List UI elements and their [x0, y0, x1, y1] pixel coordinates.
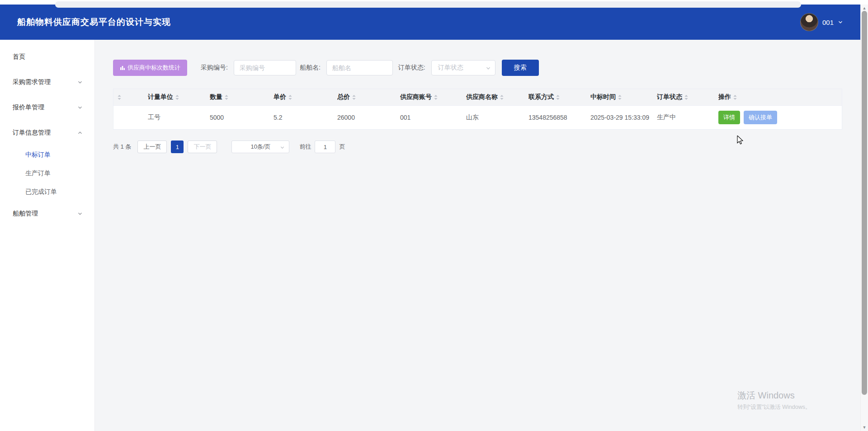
goto-label: 前往 — [299, 143, 311, 151]
column-label: 供应商账号 — [400, 93, 432, 101]
main-layout: 首页 采购需求管理 报价单管理 订单信息管理 中标订单 生产订单 已完成订单 — [0, 40, 860, 431]
table-header-expand[interactable] — [113, 95, 148, 100]
table-row[interactable]: 工号 5000 5.2 26000 001 山东 13548256858 202… — [113, 105, 842, 130]
cell-win-time: 2025-03-29 15:33:09 — [590, 113, 657, 122]
sort-icon[interactable] — [224, 95, 229, 100]
cell-total-price: 26000 — [337, 114, 400, 121]
sidebar-item-label: 报价单管理 — [13, 103, 44, 112]
avatar[interactable] — [800, 13, 818, 31]
column-label: 供应商名称 — [466, 93, 498, 101]
purchase-no-input[interactable] — [234, 60, 296, 75]
watermark-subtitle: 转到“设置”以激活 Windows。 — [737, 403, 811, 411]
column-label: 操作 — [718, 93, 731, 101]
cell-unit: 工号 — [148, 113, 210, 122]
column-label: 计量单位 — [148, 93, 173, 101]
page-size-value: 10条/页 — [250, 143, 270, 151]
cell-supplier-account: 001 — [400, 114, 466, 121]
sidebar-item-purchase-demand[interactable]: 采购需求管理 — [0, 70, 94, 95]
sort-icon[interactable] — [684, 95, 689, 100]
sidebar-item-label: 首页 — [13, 53, 25, 61]
confirm-order-button[interactable]: 确认接单 — [744, 111, 777, 124]
page-unit-label: 页 — [339, 143, 345, 151]
cell-contact: 13548256858 — [528, 114, 590, 121]
table-header-actions[interactable]: 操作 — [718, 93, 842, 101]
table-header-contact[interactable]: 联系方式 — [528, 93, 590, 101]
chevron-down-icon — [280, 145, 285, 150]
table-header-quantity[interactable]: 数量 — [210, 93, 274, 101]
ship-name-input[interactable] — [326, 60, 393, 75]
scrollbar-thumb[interactable] — [862, 11, 867, 395]
sort-icon[interactable] — [733, 95, 737, 100]
sidebar-item-label: 船舶管理 — [13, 210, 38, 218]
chevron-up-icon — [77, 130, 83, 136]
sidebar-item-production-orders[interactable]: 生产订单 — [0, 164, 94, 183]
column-label: 联系方式 — [528, 93, 554, 101]
table-header-total-price[interactable]: 总价 — [337, 93, 400, 101]
purchase-no-label: 采购编号: — [201, 64, 228, 72]
sidebar-item-quotation[interactable]: 报价单管理 — [0, 95, 94, 120]
content-area: 供应商中标次数统计 采购编号: 船舶名: 订单状态: 订单状态 搜索 — [95, 40, 860, 431]
app-title: 船舶物料供应商交易平台的设计与实现 — [17, 16, 171, 28]
cell-supplier-name: 山东 — [466, 113, 528, 122]
supplier-stats-label: 供应商中标次数统计 — [127, 64, 180, 72]
order-status-select-value: 订单状态 — [438, 64, 463, 72]
column-label: 订单状态 — [657, 93, 682, 101]
sidebar-item-winning-orders[interactable]: 中标订单 — [0, 145, 94, 164]
chevron-down-icon — [838, 19, 843, 25]
sidebar-item-order-info[interactable]: 订单信息管理 — [0, 120, 94, 145]
total-count: 共 1 条 — [113, 143, 131, 151]
user-menu[interactable]: 001 — [800, 13, 843, 31]
top-strip — [0, 0, 868, 5]
search-button[interactable]: 搜索 — [502, 60, 539, 76]
cell-quantity: 5000 — [210, 114, 274, 121]
sidebar: 首页 采购需求管理 报价单管理 订单信息管理 中标订单 生产订单 已完成订单 — [0, 40, 95, 431]
table-header-supplier-name[interactable]: 供应商名称 — [466, 93, 528, 101]
windows-activation-watermark: 激活 Windows 转到“设置”以激活 Windows。 — [737, 389, 811, 411]
sidebar-item-label: 已完成订单 — [25, 188, 57, 196]
sort-icon[interactable] — [618, 95, 622, 100]
sidebar-item-label: 采购需求管理 — [13, 78, 51, 86]
vertical-scrollbar[interactable]: ▲ ▼ — [860, 5, 868, 431]
column-label: 单价 — [274, 93, 286, 101]
sidebar-item-home[interactable]: 首页 — [0, 44, 94, 70]
sidebar-item-completed-orders[interactable]: 已完成订单 — [0, 183, 94, 201]
cell-order-status: 生产中 — [657, 113, 718, 122]
prev-page-button[interactable]: 上一页 — [137, 141, 167, 153]
goto-page-input[interactable] — [315, 141, 335, 153]
table-header-unit[interactable]: 计量单位 — [148, 93, 210, 101]
sort-icon[interactable] — [175, 95, 179, 100]
sort-icon[interactable] — [352, 95, 356, 100]
watermark-title: 激活 Windows — [737, 389, 811, 402]
chevron-down-icon — [77, 105, 83, 110]
ship-name-label: 船舶名: — [300, 64, 321, 72]
sort-icon[interactable] — [500, 95, 504, 100]
sort-icon[interactable] — [288, 95, 292, 100]
supplier-stats-button[interactable]: 供应商中标次数统计 — [113, 60, 187, 76]
order-status-select[interactable]: 订单状态 — [431, 60, 495, 75]
scrollbar-down-arrow[interactable]: ▼ — [861, 424, 868, 431]
detail-button[interactable]: 详情 — [718, 111, 740, 124]
column-label: 数量 — [210, 93, 222, 101]
table-header-order-status[interactable]: 订单状态 — [657, 93, 718, 101]
chevron-down-icon — [77, 211, 83, 216]
page-size-select[interactable]: 10条/页 — [231, 141, 289, 153]
top-strip-hint — [55, 1, 801, 8]
sidebar-item-ship-management[interactable]: 船舶管理 — [0, 201, 94, 226]
sort-icon[interactable] — [434, 95, 438, 100]
next-page-button[interactable]: 下一页 — [188, 141, 217, 153]
chevron-down-icon — [486, 66, 491, 71]
sort-icon[interactable] — [556, 95, 560, 100]
sort-icon[interactable] — [117, 95, 122, 100]
sidebar-item-label: 生产订单 — [25, 169, 51, 178]
filter-bar: 供应商中标次数统计 采购编号: 船舶名: 订单状态: 订单状态 搜索 — [113, 60, 842, 76]
table-header-supplier-account[interactable]: 供应商账号 — [400, 93, 466, 101]
app-header: 船舶物料供应商交易平台的设计与实现 001 — [0, 5, 860, 40]
sidebar-item-label: 订单信息管理 — [13, 129, 51, 137]
page: 船舶物料供应商交易平台的设计与实现 001 首页 采购需求管理 报价单管理 订单… — [0, 0, 868, 431]
table-header-unit-price[interactable]: 单价 — [274, 93, 337, 101]
user-name: 001 — [822, 19, 834, 26]
order-status-label: 订单状态: — [398, 64, 425, 72]
sidebar-item-label: 中标订单 — [25, 151, 51, 159]
page-number-1[interactable]: 1 — [171, 141, 184, 153]
table-header-win-time[interactable]: 中标时间 — [590, 93, 657, 101]
